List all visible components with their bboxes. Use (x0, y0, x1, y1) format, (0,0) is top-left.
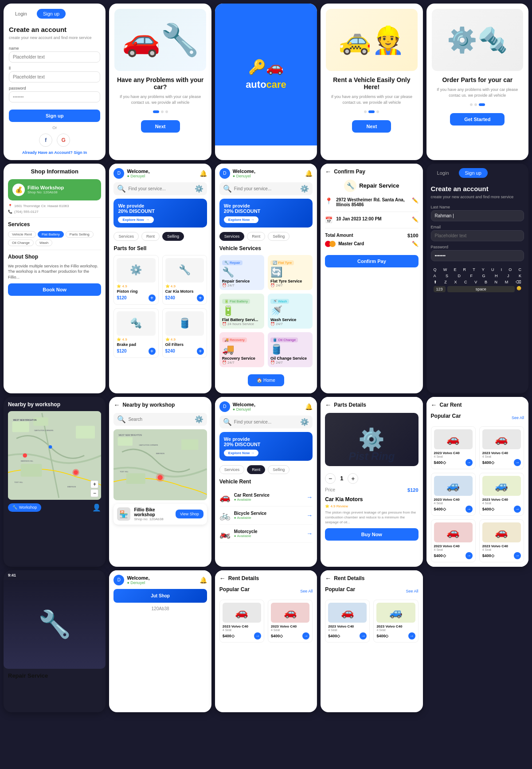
key-h[interactable]: H (495, 274, 498, 278)
home-button[interactable]: 🏠 Home (248, 374, 284, 386)
car-2-arrow-btn[interactable]: → (514, 459, 521, 466)
rent-tab[interactable]: Rent (141, 232, 160, 241)
rent-details2-back-btn[interactable]: ← (325, 575, 331, 582)
dark-signup-tab[interactable]: Sign up (459, 168, 488, 178)
service-wash[interactable]: 🚿 Wash 🚿 Wash Service ⏰ 24/7 (268, 294, 313, 329)
key-e[interactable]: E (454, 267, 456, 272)
key-g[interactable]: G (482, 274, 485, 278)
explore-button3[interactable]: Explore Now → (224, 450, 259, 456)
key-cv[interactable]: C (464, 280, 467, 284)
car-4-arrow-btn[interactable]: → (514, 506, 521, 513)
qty-plus-btn[interactable]: + (348, 473, 358, 484)
bicycle-rent-arrow[interactable]: → (306, 512, 313, 519)
facebook-login-btn[interactable]: f (39, 133, 52, 147)
rent-car[interactable]: 🚗 Car Rent Service ● Available → (219, 488, 313, 506)
rent-motorcycle[interactable]: 🏍️ Motorcycle ● Available → (219, 525, 313, 543)
services-tab3[interactable]: Services (219, 465, 245, 474)
key-space[interactable]: space (447, 286, 515, 292)
key-j[interactable]: J (507, 274, 509, 278)
ll-input[interactable] (9, 71, 100, 82)
car-1-arrow-btn[interactable]: → (466, 459, 473, 466)
next-button[interactable]: Next (141, 120, 180, 133)
zoom-out-btn[interactable]: − (90, 489, 98, 497)
key-r[interactable]: R (463, 267, 466, 272)
brake-add-btn[interactable]: + (149, 348, 156, 355)
services-tab2[interactable]: Services (219, 232, 245, 241)
workshop-btn[interactable]: 🔧 Workshop (8, 503, 41, 512)
rent-see-all[interactable]: See All (300, 589, 313, 593)
confirm-pay-button[interactable]: Confirm Pay (325, 255, 418, 267)
key-d[interactable]: D (458, 274, 461, 278)
key-n[interactable]: N (495, 280, 498, 284)
tag-parts-selling[interactable]: Parts Selling (66, 231, 94, 238)
qty-minus-btn[interactable]: − (325, 473, 336, 484)
key-i[interactable]: I (501, 267, 502, 272)
tag-wash[interactable]: Wash (35, 239, 52, 246)
get-started-button[interactable]: Get Started (450, 113, 505, 126)
dark-password-input[interactable] (431, 250, 524, 261)
search-input3[interactable] (234, 420, 298, 424)
view-shop-button[interactable]: View Shop (176, 510, 203, 518)
filter-icon[interactable]: ⚙️ (195, 184, 203, 193)
bike-back-btn[interactable]: ← (113, 401, 120, 408)
key-w[interactable]: W (443, 267, 447, 272)
key-t[interactable]: T (473, 267, 475, 272)
dark-lastname-input[interactable] (431, 210, 524, 221)
explore-button2[interactable]: Explore Now → (224, 216, 259, 223)
explore-button[interactable]: Explore Now → (118, 216, 153, 223)
tag-flat-battery[interactable]: Flat Battery (38, 231, 64, 238)
tag-oil-change[interactable]: Oil Change (8, 239, 34, 246)
rent-detail-car-1-arrow[interactable]: → (360, 632, 367, 640)
motorcycle-rent-arrow[interactable]: → (306, 530, 313, 537)
tag-vehicle-rent[interactable]: Vehicle Rent (8, 231, 36, 238)
rent-detail-car-2-arrow[interactable]: → (408, 632, 415, 640)
dark-login-tab[interactable]: Login (431, 168, 455, 178)
key-v[interactable]: V (474, 280, 477, 284)
key-y[interactable]: Y (482, 267, 485, 272)
key-emoji[interactable]: 😊 (516, 286, 521, 292)
car-rent-back-btn[interactable]: ← (431, 401, 437, 408)
key-a[interactable]: A (434, 274, 436, 278)
signup-tab[interactable]: Sign up (37, 9, 66, 19)
key-x[interactable]: X (454, 280, 457, 284)
notification-icon[interactable]: 🔔 (200, 170, 207, 177)
filter-icon2[interactable]: ⚙️ (300, 184, 309, 193)
notification-icon2[interactable]: 🔔 (305, 170, 313, 177)
rent-next-button[interactable]: Next (352, 120, 391, 133)
signin-link[interactable]: Sign In (74, 150, 87, 155)
edit-payment-btn[interactable]: ✏️ (412, 241, 419, 247)
key-m[interactable]: M (505, 280, 509, 284)
rent-car-1-arrow[interactable]: → (254, 632, 261, 640)
zoom-in-btn[interactable]: + (90, 480, 98, 488)
key-q[interactable]: Q (434, 267, 437, 272)
filter-icon3[interactable]: ⚙️ (300, 418, 309, 426)
rent-tab3[interactable]: Rent (247, 465, 265, 474)
kia-add-btn[interactable]: + (197, 294, 204, 302)
notification-icon4[interactable]: 🔔 (200, 577, 207, 584)
key-s[interactable]: S (446, 274, 448, 278)
selling-tab[interactable]: Selling (162, 232, 184, 241)
key-backspace[interactable]: ⌫ (516, 280, 521, 284)
search-input[interactable] (128, 186, 192, 191)
car-rent-arrow[interactable]: → (306, 494, 313, 501)
piston-add-btn[interactable]: + (149, 294, 156, 302)
bike-filter-icon[interactable]: ⚙️ (195, 415, 203, 424)
key-shift[interactable]: ⬆ (434, 280, 437, 284)
key-o[interactable]: O (509, 267, 512, 272)
password-input[interactable] (9, 91, 100, 102)
service-repair[interactable]: 🔧 Repair 🔧 Repair Service ⏰ 24/7 (219, 255, 264, 290)
key-123[interactable]: 123 (434, 286, 446, 292)
name-input[interactable] (9, 51, 100, 63)
google-login-btn[interactable]: G (57, 133, 70, 147)
rent-car-2-arrow[interactable]: → (302, 632, 309, 640)
search-input2[interactable] (234, 186, 298, 191)
buy-now-button[interactable]: Buy Now (325, 528, 418, 541)
signup-button[interactable]: Sign up (9, 110, 100, 122)
parts-detail-back-btn[interactable]: ← (325, 401, 331, 408)
key-c[interactable]: C (518, 267, 521, 272)
key-u[interactable]: U (491, 267, 494, 272)
selling-tab3[interactable]: Selling (268, 465, 289, 474)
service-recovery[interactable]: 🚚 Recovery 🚚 Recovery Service ⏰ 24/7 (219, 332, 264, 367)
key-z[interactable]: Z (444, 280, 447, 284)
service-tyre[interactable]: 🔄 Flat Tyre 🔄 Flat Tyre Service ⏰ 24/7 (268, 255, 313, 290)
